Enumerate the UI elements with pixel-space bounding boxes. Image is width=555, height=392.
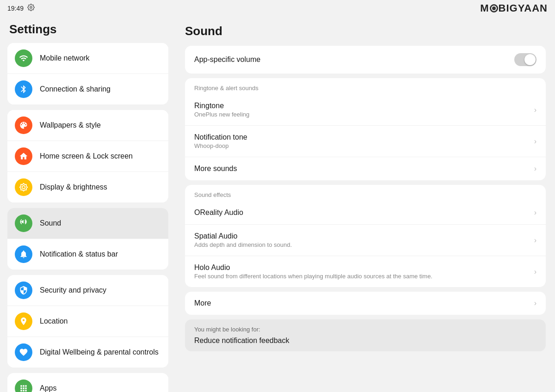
oreality-title: OReality Audio [194,208,530,217]
ringtone-row[interactable]: Ringtone OnePlus new feeling › [185,94,546,126]
holo-audio-subtitle: Feel sound from different locations when… [194,273,530,280]
app-specific-volume-row[interactable]: App-specific volume [185,46,546,74]
security-label: Security and privacy [40,286,106,294]
suggestion-card: You might be looking for: Reduce notific… [185,319,546,351]
apps-label: Apps [40,384,56,392]
sidebar-item-wellbeing[interactable]: Digital Wellbeing & parental controls [7,337,168,368]
spatial-audio-title: Spatial Audio [194,232,530,240]
sidebar-group-2: Wallpapers & style Home screen & Lock sc… [7,110,168,202]
status-bar: 19:49 M BIGYAAN [0,0,555,17]
ringtone-title: Ringtone [194,102,530,110]
more-sounds-title: More sounds [194,165,530,173]
holo-audio-title: Holo Audio [194,263,530,272]
suggestion-item[interactable]: Reduce notification feedback [194,337,536,345]
more-chevron: › [534,299,536,307]
sidebar-item-connection-sharing[interactable]: Connection & sharing [7,74,168,104]
panel-title: Sound [185,24,546,38]
ringtone-chevron: › [534,106,536,114]
spatial-audio-subtitle: Adds depth and dimension to sound. [194,241,530,248]
notification-tone-chevron: › [534,137,536,146]
sidebar-group-4: Security and privacy Location Digital We… [7,275,168,368]
sidebar-item-notification[interactable]: Notification & status bar [7,239,168,270]
sound-effects-label: Sound effects [185,185,546,201]
spatial-audio-row[interactable]: Spatial Audio Adds depth and dimension t… [185,225,546,256]
wellbeing-icon [15,343,32,361]
home-lock-icon [15,147,32,165]
display-label: Display & brightness [40,183,107,191]
wallpapers-icon [15,116,32,134]
sound-label: Sound [40,219,61,227]
sidebar-item-home-lock[interactable]: Home screen & Lock screen [7,141,168,172]
spatial-audio-chevron: › [534,236,536,245]
more-sounds-chevron: › [534,165,536,173]
location-icon [15,312,32,330]
toggle-knob [524,54,536,65]
app-specific-volume-toggle[interactable] [514,53,536,66]
sidebar: Settings Mobile network Connection & sha… [0,17,176,392]
sidebar-item-apps[interactable]: Apps [7,373,168,392]
home-lock-label: Home screen & Lock screen [40,152,133,160]
holo-audio-chevron: › [534,268,536,276]
notification-label: Notification & status bar [40,250,118,258]
sidebar-item-location[interactable]: Location [7,306,168,337]
sidebar-title: Settings [7,22,168,37]
location-label: Location [40,317,68,325]
notification-icon [15,245,32,263]
sidebar-item-security[interactable]: Security and privacy [7,275,168,306]
wellbeing-label: Digital Wellbeing & parental controls [40,348,159,356]
sidebar-group-3: Sound Notification & status bar [7,208,168,270]
oreality-row[interactable]: OReality Audio › [185,201,546,225]
app-specific-volume-card: App-specific volume [185,46,546,74]
sidebar-group-1: Mobile network Connection & sharing [7,43,168,104]
svg-point-0 [30,6,32,8]
sidebar-item-wallpapers[interactable]: Wallpapers & style [7,110,168,141]
sidebar-item-display[interactable]: Display & brightness [7,172,168,202]
right-panel: Sound App-specific volume Ringtone & ale… [176,17,555,392]
suggestion-label: You might be looking for: [194,326,536,333]
wallpapers-label: Wallpapers & style [40,121,101,129]
oreality-chevron: › [534,208,536,217]
sidebar-item-sound[interactable]: Sound [7,208,168,239]
connection-sharing-label: Connection & sharing [40,85,111,93]
app-specific-volume-title: App-specific volume [194,55,514,64]
sound-icon [15,214,32,232]
notification-tone-subtitle: Whoop-doop [194,142,530,149]
notification-tone-row[interactable]: Notification tone Whoop-doop › [185,126,546,157]
status-left: 19:49 [7,4,35,13]
main-content: Settings Mobile network Connection & sha… [0,17,555,392]
holo-audio-row[interactable]: Holo Audio Feel sound from different loc… [185,256,546,287]
sidebar-item-mobile-network[interactable]: Mobile network [7,43,168,74]
status-time: 19:49 [7,5,24,12]
more-sounds-row[interactable]: More sounds › [185,157,546,180]
ringtone-subtitle: OnePlus new feeling [194,111,530,118]
ringtone-section-label: Ringtone & alert sounds [185,78,546,94]
more-card: More › [185,292,546,315]
sidebar-group-5: Apps Battery [7,373,168,392]
display-icon [15,178,32,196]
more-title: More [194,299,530,307]
mobile-network-icon [15,49,32,67]
connection-sharing-icon [15,80,32,98]
apps-icon [15,380,32,392]
logo: M BIGYAAN [480,2,548,14]
security-icon [15,282,32,299]
gear-icon [27,4,35,13]
more-row[interactable]: More › [185,292,546,315]
sound-effects-card: Sound effects OReality Audio › Spatial A… [185,185,546,287]
ringtone-card: Ringtone & alert sounds Ringtone OnePlus… [185,78,546,180]
mobile-network-label: Mobile network [40,54,90,62]
notification-tone-title: Notification tone [194,133,530,141]
